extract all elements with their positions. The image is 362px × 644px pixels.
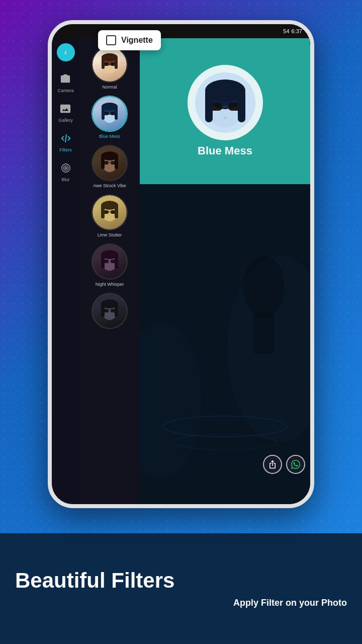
camera-label: Camera (57, 88, 73, 93)
face-awe (93, 146, 127, 180)
sub-title: Apply Filter on your Photo (15, 598, 347, 608)
filter-name-lime: Lime Stutter (96, 232, 124, 237)
whatsapp-button[interactable] (286, 455, 305, 474)
share-buttons (263, 455, 305, 474)
svg-rect-32 (115, 155, 118, 169)
filter-list: Normal (79, 38, 140, 504)
share-button[interactable] (263, 455, 282, 474)
filters-label: Filters (59, 147, 72, 152)
time-display: 6:37 (292, 28, 302, 34)
blur-label: Blur (61, 177, 69, 182)
svg-rect-25 (115, 106, 118, 120)
filter-thumb-lime (92, 194, 128, 230)
filter-thumb-awe (92, 145, 128, 181)
sidebar: ‹ Camera Gallery (52, 38, 79, 504)
back-icon: ‹ (64, 48, 67, 57)
filter-item-last[interactable] (79, 290, 140, 332)
svg-rect-24 (102, 106, 105, 120)
selected-filter-card: Blue Mess (140, 38, 310, 184)
main-title: Beautiful Filters (15, 569, 347, 592)
bottom-section: Beautiful Filters Apply Filter on your P… (0, 533, 362, 644)
face-bluemess (93, 97, 127, 131)
vignette-label: Vignette (121, 36, 153, 45)
svg-rect-31 (101, 155, 105, 169)
svg-rect-62 (205, 90, 213, 122)
filter-item-night[interactable]: Night Whisper (79, 240, 140, 290)
phone-screen: 54 6:37 (52, 24, 310, 504)
svg-rect-38 (101, 204, 105, 218)
selected-face-svg (190, 67, 260, 138)
selected-filter-label: Blue Mess (198, 144, 252, 157)
svg-point-7 (61, 164, 70, 173)
camera-icon (60, 73, 71, 87)
sidebar-item-filters[interactable]: Filters (57, 130, 74, 155)
svg-rect-46 (115, 254, 118, 269)
filter-item-bluemess[interactable]: Blue Mess (79, 93, 140, 142)
face-night (93, 245, 127, 279)
svg-rect-17 (115, 56, 118, 69)
sidebar-item-camera[interactable]: Camera (55, 70, 75, 96)
filter-thumb-last (92, 293, 128, 329)
phone-frame: 54 6:37 (48, 20, 314, 508)
svg-rect-52 (101, 303, 105, 317)
gallery-icon (60, 103, 71, 117)
svg-point-8 (63, 166, 68, 170)
sidebar-item-blur[interactable]: Blur (58, 159, 73, 185)
svg-point-9 (65, 167, 67, 169)
filter-name-normal: Normal (100, 85, 119, 90)
filter-item-lime[interactable]: Lime Stutter (79, 191, 140, 240)
sidebar-item-gallery[interactable]: Gallery (56, 100, 75, 126)
filter-name-night: Night Whisper (94, 282, 126, 287)
face-normal (93, 47, 127, 82)
status-icons: 54 6:37 (283, 28, 302, 34)
filter-thumb-normal (92, 46, 128, 83)
svg-rect-53 (115, 303, 118, 317)
filter-item-normal[interactable]: Normal (79, 43, 140, 93)
back-button[interactable]: ‹ (57, 43, 75, 61)
status-bar: 54 6:37 (52, 24, 310, 38)
face-last (93, 294, 127, 328)
filter-thumb-night (92, 244, 128, 280)
vignette-checkbox[interactable] (106, 35, 116, 45)
svg-point-3 (243, 256, 285, 317)
filter-name-bluemess: Blue Mess (97, 134, 122, 139)
gallery-label: Gallery (58, 118, 73, 123)
svg-point-60 (223, 116, 227, 119)
svg-rect-16 (102, 56, 105, 69)
filter-thumb-bluemess (92, 96, 128, 132)
filter-item-awe[interactable]: Awe Struck Vibe (79, 142, 140, 191)
svg-rect-39 (115, 204, 118, 218)
blur-icon (60, 163, 71, 176)
svg-rect-63 (238, 90, 245, 122)
battery-icon: 54 (283, 28, 289, 34)
filter-name-awe: Awe Struck Vibe (91, 183, 128, 188)
selected-filter-circle (188, 65, 263, 140)
svg-rect-4 (253, 312, 274, 354)
face-lime (93, 195, 127, 229)
filters-icon (60, 133, 71, 146)
svg-rect-45 (101, 254, 105, 269)
vignette-tooltip: Vignette (98, 30, 161, 50)
